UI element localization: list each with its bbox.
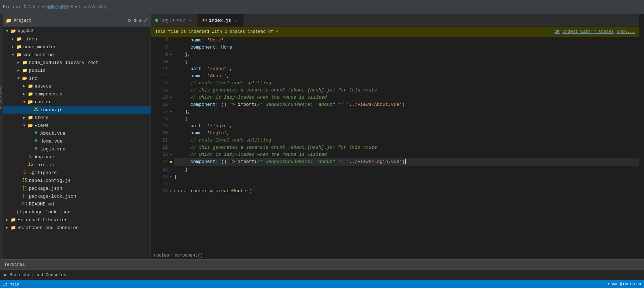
code-line-21: 21 // route level code-splitting xyxy=(151,137,639,144)
tree-item-components[interactable]: ▶📁components xyxy=(3,90,151,98)
tree-icon-readme-md: MD xyxy=(21,201,28,207)
fold-col-15: ▶ xyxy=(168,94,174,101)
line-number-28: 28 xyxy=(151,188,168,195)
code-line-17: 17▶ }, xyxy=(151,108,639,115)
tree-icon-store: 📁 xyxy=(27,114,34,121)
code-line-9: 9▶ }, xyxy=(151,51,639,58)
tree-item-src[interactable]: ▼📂src xyxy=(3,74,151,82)
tree-item-store[interactable]: ▶📁store xyxy=(3,114,151,121)
tree-item-public[interactable]: ▶📁public xyxy=(3,66,151,74)
code-line-12: 12 name: 'About', xyxy=(151,73,639,80)
tree-icon-home-vue: V xyxy=(33,138,39,144)
tree-item-node_modules_lib[interactable]: ▶📁node_modules library root xyxy=(3,59,151,66)
line-number-18: 18 xyxy=(151,115,168,123)
code-content-26: ] xyxy=(174,173,639,180)
tree-arrow-scratches: ▶ xyxy=(4,225,10,230)
collapse-icon[interactable]: ⊟ xyxy=(134,18,137,24)
fold-indicator[interactable]: ▶ xyxy=(170,110,172,114)
tree-item-node_modules_root[interactable]: ▶📁node_modules xyxy=(3,43,151,51)
fold-col-28: ▶ xyxy=(168,188,174,195)
tree-item-external-libraries[interactable]: ▶📁External Libraries xyxy=(3,216,151,224)
tree-item-router[interactable]: ▼📂router xyxy=(3,98,151,106)
code-content-16: component: () => import(/* webpackChunkN… xyxy=(174,101,639,108)
top-bar-path: C:\Users\爱闻的踏踏\Desktop\Vue学习 xyxy=(24,4,107,10)
fold-col-24: ● xyxy=(168,158,174,166)
terminal-bar[interactable]: Terminal xyxy=(0,259,644,269)
close-index-js-button[interactable]: ✕ xyxy=(233,18,239,23)
tree-icon-main-js: JS xyxy=(27,162,34,168)
fold-col-9: ▶ xyxy=(168,51,174,58)
code-editor[interactable]: 7 name: 'Home',8 component: Home9▶ },10 … xyxy=(151,37,639,251)
tree-item-package-lock-json[interactable]: {}package-lock.json xyxy=(3,192,151,200)
favorites-bar: 2: Favorites xyxy=(0,14,3,259)
tree-item-package-lock-json2[interactable]: {}package-lock.json xyxy=(3,208,151,216)
tree-item-gitignore[interactable]: G.gitignore xyxy=(3,169,151,177)
indent-4-spaces-button[interactable]: Indent with 4 spaces xyxy=(563,29,614,34)
tree-item-babel-config[interactable]: JSbabel.config.js xyxy=(3,177,151,184)
tree-item-app-vue[interactable]: VApp.vue xyxy=(3,153,151,161)
tree-item-index-js[interactable]: JSindex.js xyxy=(3,106,151,114)
tree-item-vue-learning[interactable]: ▼📂Vue学习 xyxy=(3,27,151,35)
tree-item-login-vue[interactable]: VLogin.vue xyxy=(3,145,151,153)
tree-icon-package-json: {} xyxy=(21,185,28,192)
tree-icon-components: 📁 xyxy=(27,91,34,97)
code-content-9: }, xyxy=(174,51,639,58)
show-button[interactable]: Show... xyxy=(617,29,635,34)
code-line-15: 15▶ // which is lazy-loaded when the rou… xyxy=(151,94,639,101)
fold-col-27 xyxy=(168,180,174,188)
scratches-bar[interactable]: ▶ Scratches and Consoles xyxy=(0,269,644,280)
line-number-14: 14 xyxy=(151,87,168,94)
tree-icon-gitignore: G xyxy=(21,169,28,176)
expand-icon[interactable]: ⤢ xyxy=(144,18,148,24)
code-content-15: // which is lazy-loaded when the route i… xyxy=(174,94,639,101)
code-content-23: // which is lazy-loaded when the route i… xyxy=(174,151,639,158)
project-label: Project xyxy=(3,5,21,10)
line-number-8: 8 xyxy=(151,44,168,51)
line-number-12: 12 xyxy=(151,73,168,80)
tree-arrow-vuelearning: ▼ xyxy=(10,53,16,57)
code-line-28: 28▶const router = createRouter({ xyxy=(151,188,639,195)
ok-button[interactable]: OK xyxy=(554,29,559,34)
tree-item-readme-md[interactable]: MDREADME.md xyxy=(3,200,151,208)
tree-item-about-vue[interactable]: VAbout.vue xyxy=(3,129,151,137)
tree-item-scratches[interactable]: ▶📁Scratches and Consoles xyxy=(3,224,151,232)
fold-col-20 xyxy=(168,130,174,137)
tree-arrow-node_modules_root: ▶ xyxy=(10,45,16,49)
status-bar: ⎇ main CSDN @TheITSea xyxy=(0,280,644,288)
fold-col-12 xyxy=(168,73,174,80)
tree-item-idea[interactable]: ▶📁.idea xyxy=(3,35,151,43)
tree-item-main-js[interactable]: JSmain.js xyxy=(3,161,151,169)
fold-indicator[interactable]: ▶ xyxy=(170,53,172,56)
fold-indicator[interactable]: ▶ xyxy=(170,95,172,99)
tree-item-views[interactable]: ▼📂views xyxy=(3,121,151,129)
tree-item-assets[interactable]: ▶📁assets xyxy=(3,82,151,90)
line-number-16: 16 xyxy=(151,101,168,108)
tree-item-home-vue[interactable]: VHome.vue xyxy=(3,137,151,145)
tree-icon-node_modules_root: 📁 xyxy=(16,44,22,50)
tree-item-package-json[interactable]: {}package.json xyxy=(3,184,151,192)
sidebar: 📁 Project ⟳ ⊟ ⚙ ⤢ ▼📂Vue学习▶📁.idea▶📁node_m… xyxy=(3,14,151,259)
tab-index-js[interactable]: JS index.js ✕ xyxy=(198,14,244,26)
sync-icon[interactable]: ⟳ xyxy=(128,18,132,24)
breadcrumb-routes: routes xyxy=(154,253,169,258)
fold-indicator[interactable]: ▶ xyxy=(170,175,172,179)
notification-text: This file is indented with 2 spaces inst… xyxy=(155,29,552,34)
notification-bar: This file is indented with 2 spaces inst… xyxy=(151,27,639,37)
tree-icon-index-js: JS xyxy=(33,106,39,113)
settings-icon[interactable]: ⚙ xyxy=(139,18,142,24)
code-content-10: { xyxy=(174,58,639,65)
tree-label-src: src xyxy=(29,76,37,81)
code-content-14: // this generates a separate chunk (abou… xyxy=(174,87,639,94)
close-login-vue-button[interactable]: ✕ xyxy=(187,18,193,23)
tree-icon-assets: 📁 xyxy=(27,83,34,89)
tree-arrow-views: ▼ xyxy=(21,124,27,128)
line-number-15: 15 xyxy=(151,94,168,101)
tree-icon-scratches: 📁 xyxy=(10,224,16,231)
scratches-label: Scratches and Consoles xyxy=(10,273,66,278)
tab-login-vue[interactable]: Login.vue ✕ xyxy=(151,14,198,26)
tree-item-vuelearning[interactable]: ▼📂vuelearning xyxy=(3,51,151,59)
fold-indicator[interactable]: ▶ xyxy=(170,153,172,157)
code-content-24: component: () => import(/* webpackChunkN… xyxy=(174,158,639,166)
tree-label-node_modules_root: node_modules xyxy=(23,44,57,50)
fold-indicator[interactable]: ▶ xyxy=(170,189,172,193)
